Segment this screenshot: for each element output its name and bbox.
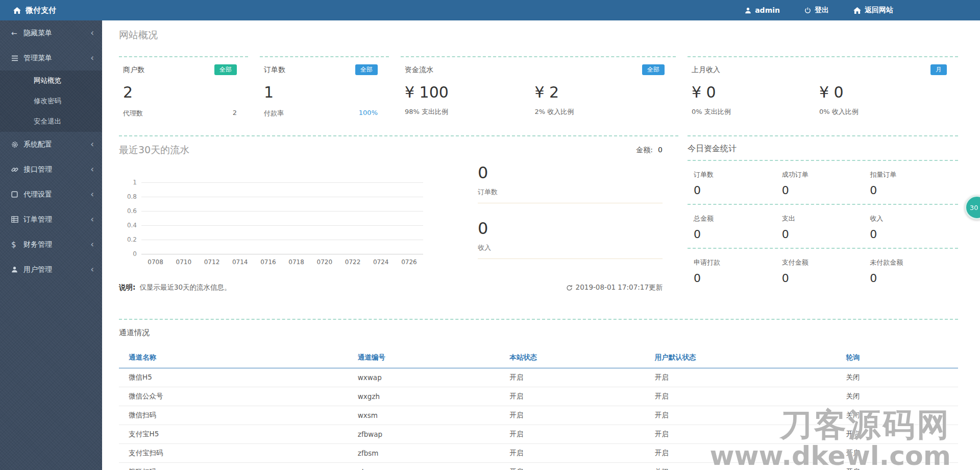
stat-badge: 全部 — [355, 64, 378, 75]
stat-value: ¥ 0 — [819, 83, 947, 101]
sidebar-item-user-management[interactable]: 用户管理 ‹ — [0, 257, 102, 282]
sidebar-item-label: 用户管理 — [23, 265, 52, 274]
today-label: 支付金额 — [782, 258, 870, 267]
table-cell: 开启 — [500, 444, 645, 463]
sub-item-label: 修改密码 — [34, 97, 61, 106]
chart-ytick: 1 — [133, 179, 137, 186]
flow-amount: 金额:0 — [636, 146, 663, 155]
sidebar-item-safe-exit[interactable]: 安全退出 — [0, 111, 102, 132]
today-row: 申请打款0 支付金额0 未付款金额0 — [688, 249, 958, 292]
table-cell: 银联扫码 — [119, 463, 348, 470]
table-row: 微信H5wxwap开启开启关闭 — [119, 368, 958, 387]
today-value: 0 — [694, 184, 782, 197]
refresh-icon — [566, 285, 573, 291]
sub-item-label: 安全退出 — [34, 117, 61, 126]
brand[interactable]: 微付支付 — [0, 6, 56, 15]
today-label: 未付款金额 — [870, 258, 958, 267]
table-cell: wxgzh — [348, 387, 500, 406]
side-stat-label: 订单数 — [478, 187, 663, 197]
channels-table: 通道名称通道编号本站状态用户默认状态轮询 微信H5wxwap开启开启关闭微信公众… — [119, 347, 958, 470]
sidebar-item-interface-management[interactable]: 接口管理 ‹ — [0, 157, 102, 182]
dollar-icon: $ — [11, 240, 23, 249]
chart-xtick: 0724 — [367, 258, 395, 266]
gear-icon — [11, 141, 23, 148]
table-cell: wxwap — [348, 368, 500, 387]
stat-badge: 全部 — [214, 64, 237, 75]
table-icon — [11, 216, 23, 223]
today-value: 0 — [694, 228, 782, 241]
chart-xtick: 0720 — [310, 258, 338, 266]
table-cell: 微信扫码 — [119, 406, 348, 425]
chart-xtick: 0714 — [226, 258, 254, 266]
today-label: 收入 — [870, 214, 958, 223]
table-cell: 关闭 — [837, 368, 958, 387]
sidebar-item-site-overview[interactable]: 网站概览 — [0, 70, 102, 91]
today-row: 总金额0 支出0 收入0 — [688, 205, 958, 249]
home-icon — [13, 7, 21, 14]
chart-gridline — [141, 254, 423, 254]
table-cell: wxsm — [348, 406, 500, 425]
sidebar-item-finance-management[interactable]: $ 财务管理 ‹ — [0, 232, 102, 257]
stat-value: ¥ 100 — [405, 83, 535, 101]
chart-ytick: 0.2 — [127, 236, 137, 243]
sidebar-item-order-management[interactable]: 订单管理 ‹ — [0, 207, 102, 232]
column-header[interactable]: 轮询 — [837, 347, 958, 368]
today-value: 0 — [870, 184, 958, 197]
side-stat-value: 0 — [478, 219, 663, 238]
chevron-left-icon: ‹ — [90, 140, 94, 149]
chart-ytick: 0 — [133, 250, 137, 257]
table-cell: 关闭 — [837, 387, 958, 406]
chevron-left-icon: ‹ — [90, 190, 94, 199]
sidebar-item-hide-menu[interactable]: ← 隐藏菜单 ‹ — [0, 20, 102, 45]
stat-col-income: ¥ 0 0% 收入比例 — [819, 75, 947, 116]
stat-sub-label: 代理数 — [123, 109, 143, 118]
logout-button[interactable]: 登出 — [804, 6, 829, 15]
table-cell: 开启 — [837, 463, 958, 470]
top-header: 微付支付 admin 登出 返回网站 — [0, 0, 980, 20]
today-value: 0 — [782, 228, 870, 241]
amount-value: 0 — [658, 146, 663, 154]
chevron-left-icon: ‹ — [90, 265, 94, 274]
table-cell: 支付宝扫码 — [119, 444, 348, 463]
side-stat-income: 0 收入 — [478, 219, 663, 259]
stat-card-merchants: 商户数 全部 2 代理数 2 — [119, 56, 248, 135]
side-stat-value: 0 — [478, 163, 663, 182]
refresh-button[interactable]: 2019-08-01 17:07:17更新 — [566, 283, 663, 292]
column-header[interactable]: 用户默认状态 — [645, 347, 837, 368]
back-to-site-button[interactable]: 返回网站 — [853, 6, 893, 15]
table-cell: 开启 — [837, 425, 958, 444]
table-row: 支付宝H5zfbwap开启开启开启 — [119, 425, 958, 444]
sidebar-item-manage-menu[interactable]: 管理菜单 ‹ — [0, 45, 102, 70]
today-row: 订单数0 成功订单0 扣量订单0 — [688, 161, 958, 205]
chart-xtick: 0722 — [338, 258, 366, 266]
table-cell: 开启 — [645, 444, 837, 463]
today-value: 0 — [782, 272, 870, 285]
today-panel: 今日资金统计 订单数0 成功订单0 扣量订单0 总金额0 支出0 收入0 申请打… — [688, 135, 958, 319]
user-icon — [11, 266, 23, 273]
today-cell: 订单数0 — [694, 161, 782, 197]
sidebar-item-label: 系统配置 — [23, 140, 52, 149]
chevron-left-icon: ‹ — [90, 165, 94, 174]
sidebar-item-label: 财务管理 — [23, 240, 52, 249]
stat-card-last-month-income: 上月收入 月 ¥ 0 0% 支出比例 ¥ 0 0% 收入比例 — [688, 56, 958, 135]
sidebar-item-system-config[interactable]: 系统配置 ‹ — [0, 132, 102, 157]
sub-item-label: 网站概览 — [34, 76, 61, 85]
sidebar-item-change-password[interactable]: 修改密码 — [0, 91, 102, 111]
stat-value: ¥ 2 — [535, 83, 665, 101]
column-header[interactable]: 通道名称 — [119, 347, 348, 368]
sidebar-item-label: 隐藏菜单 — [23, 29, 52, 38]
table-cell: 开启 — [500, 387, 645, 406]
page-title: 网站概况 — [119, 29, 958, 42]
column-header[interactable]: 本站状态 — [500, 347, 645, 368]
chart-xtick: 0712 — [198, 258, 226, 266]
chart-gridline — [141, 225, 423, 226]
table-header-row: 通道名称通道编号本站状态用户默认状态轮询 — [119, 347, 958, 368]
user-menu[interactable]: admin — [745, 6, 780, 14]
column-header[interactable]: 通道编号 — [348, 347, 500, 368]
table-cell: 开启 — [500, 406, 645, 425]
stat-title: 资金流水 — [405, 65, 433, 75]
stat-badge: 全部 — [642, 64, 665, 75]
table-cell: 关闭 — [645, 463, 837, 470]
sidebar-item-agent-settings[interactable]: 代理设置 ‹ — [0, 182, 102, 207]
today-cell: 支出0 — [782, 205, 870, 241]
